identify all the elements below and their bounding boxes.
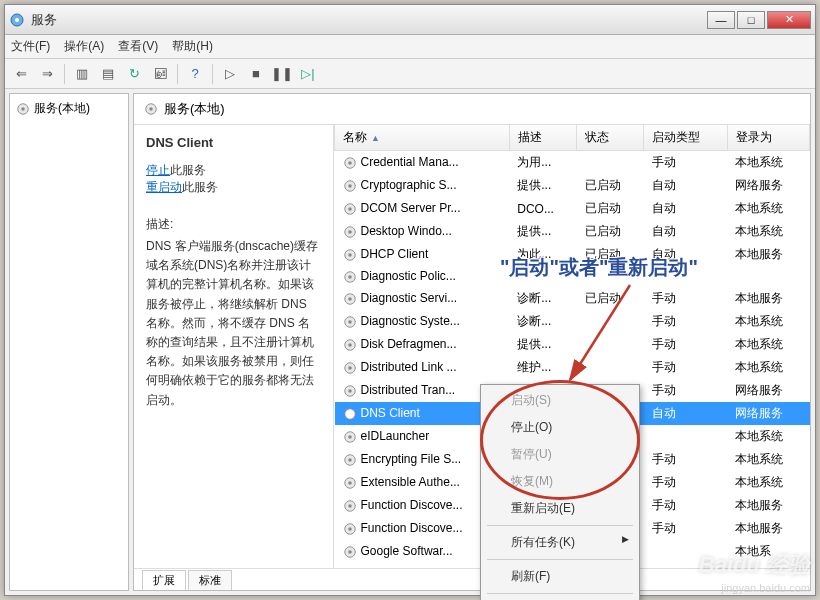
restart-link[interactable]: 重启动 — [146, 180, 182, 194]
menu-action[interactable]: 操作(A) — [64, 38, 104, 55]
gear-icon — [343, 248, 357, 262]
restart-suffix: 此服务 — [182, 180, 218, 194]
ctx-start[interactable]: 启动(S) — [483, 387, 637, 414]
svg-point-19 — [348, 297, 352, 301]
col-name-label: 名称 — [343, 130, 367, 144]
cell-desc — [509, 266, 577, 287]
nav-root-item[interactable]: 服务(本地) — [14, 98, 124, 119]
stop-link[interactable]: 停止 — [146, 163, 170, 177]
cell-status — [577, 266, 644, 287]
pause-service-button[interactable]: ❚❚ — [270, 62, 294, 86]
cell-logon: 本地系统 — [727, 448, 809, 471]
cell-name: Distributed Link ... — [335, 356, 510, 379]
table-row[interactable]: Diagnostic Syste...诊断...手动本地系统 — [335, 310, 810, 333]
svg-point-5 — [149, 107, 153, 111]
sort-asc-icon: ▲ — [371, 133, 380, 143]
help-button[interactable]: ? — [183, 62, 207, 86]
maximize-button[interactable]: □ — [737, 11, 765, 29]
table-row[interactable]: DCOM Server Pr...DCO...已启动自动本地系统 — [335, 197, 810, 220]
ctx-stop[interactable]: 停止(O) — [483, 414, 637, 441]
ctx-restart[interactable]: 重新启动(E) — [483, 495, 637, 522]
cell-desc: 为此... — [509, 243, 577, 266]
cell-logon: 本地系统 — [727, 220, 809, 243]
cell-desc: 提供... — [509, 333, 577, 356]
table-row[interactable]: Credential Mana...为用...手动本地系统 — [335, 151, 810, 175]
table-row[interactable]: Distributed Link ...维护...手动本地系统 — [335, 356, 810, 379]
ctx-refresh[interactable]: 刷新(F) — [483, 563, 637, 590]
ctx-all-tasks[interactable]: 所有任务(K) — [483, 529, 637, 556]
cell-logon: 本地系统 — [727, 151, 809, 175]
cell-desc: 提供... — [509, 220, 577, 243]
cell-logon: 本地系统 — [727, 471, 809, 494]
table-row[interactable]: Diagnostic Servi...诊断...已启动手动本地服务 — [335, 287, 810, 310]
menu-help[interactable]: 帮助(H) — [172, 38, 213, 55]
cell-startup: 自动 — [644, 197, 728, 220]
gear-icon — [343, 545, 357, 559]
toolbar: ⇐ ⇒ ▥ ▤ ↻ 🗟 ? ▷ ■ ❚❚ ▷| — [5, 59, 815, 89]
svg-point-27 — [348, 389, 352, 393]
table-row[interactable]: Cryptographic S...提供...已启动自动网络服务 — [335, 174, 810, 197]
cell-startup: 手动 — [644, 379, 728, 402]
body: 服务(本地) 服务(本地) DNS Client 停止此服务 重启动此服务 描述… — [5, 89, 815, 595]
cell-name: Diagnostic Servi... — [335, 287, 510, 310]
menu-file[interactable]: 文件(F) — [11, 38, 50, 55]
table-row[interactable]: Diagnostic Polic... — [335, 266, 810, 287]
svg-point-41 — [348, 550, 352, 554]
col-startup[interactable]: 启动类型 — [644, 125, 728, 151]
ctx-separator — [487, 559, 633, 560]
cell-status — [577, 333, 644, 356]
cell-logon: 本地系 — [727, 540, 809, 563]
titlebar[interactable]: 服务 — □ ✕ — [5, 5, 815, 35]
svg-point-33 — [348, 458, 352, 462]
menubar: 文件(F) 操作(A) 查看(V) 帮助(H) — [5, 35, 815, 59]
cell-startup — [644, 266, 728, 287]
col-name[interactable]: 名称▲ — [335, 125, 510, 151]
back-button[interactable]: ⇐ — [9, 62, 33, 86]
panel-header: 服务(本地) — [134, 94, 810, 125]
col-desc[interactable]: 描述 — [509, 125, 577, 151]
start-service-button[interactable]: ▷ — [218, 62, 242, 86]
panel-title: 服务(本地) — [164, 100, 225, 118]
cell-desc: 诊断... — [509, 310, 577, 333]
svg-point-13 — [348, 230, 352, 234]
gear-icon — [343, 225, 357, 239]
table-row[interactable]: Desktop Windo...提供...已启动自动本地系统 — [335, 220, 810, 243]
gear-icon — [343, 384, 357, 398]
forward-button[interactable]: ⇒ — [35, 62, 59, 86]
export-button[interactable]: ↻ — [122, 62, 146, 86]
nav-tree[interactable]: 服务(本地) — [9, 93, 129, 591]
refresh-button[interactable]: 🗟 — [148, 62, 172, 86]
stop-service-button[interactable]: ■ — [244, 62, 268, 86]
cell-status: 已启动 — [577, 174, 644, 197]
ctx-resume[interactable]: 恢复(M) — [483, 468, 637, 495]
col-status[interactable]: 状态 — [577, 125, 644, 151]
cell-status: 已启动 — [577, 197, 644, 220]
tab-extended[interactable]: 扩展 — [142, 570, 186, 590]
svg-point-25 — [348, 366, 352, 370]
cell-logon: 本地服务 — [727, 287, 809, 310]
svg-point-21 — [348, 320, 352, 324]
svg-point-35 — [348, 481, 352, 485]
description-text: DNS 客户端服务(dnscache)缓存域名系统(DNS)名称并注册该计算机的… — [146, 237, 321, 410]
cell-logon: 本地系统 — [727, 333, 809, 356]
menu-view[interactable]: 查看(V) — [118, 38, 158, 55]
cell-startup: 手动 — [644, 471, 728, 494]
gear-icon — [343, 202, 357, 216]
col-logon[interactable]: 登录为 — [727, 125, 809, 151]
ctx-pause[interactable]: 暂停(U) — [483, 441, 637, 468]
cell-status: 已启动 — [577, 243, 644, 266]
svg-point-3 — [21, 107, 25, 111]
close-button[interactable]: ✕ — [767, 11, 811, 29]
main-panel: 服务(本地) DNS Client 停止此服务 重启动此服务 描述: DNS 客… — [133, 93, 811, 591]
show-hide-tree-button[interactable]: ▥ — [70, 62, 94, 86]
restart-service-button[interactable]: ▷| — [296, 62, 320, 86]
service-name-heading: DNS Client — [146, 135, 321, 150]
tab-standard[interactable]: 标准 — [188, 570, 232, 590]
table-row[interactable]: DHCP Client为此...已启动自动本地服务 — [335, 243, 810, 266]
cell-startup: 自动 — [644, 174, 728, 197]
properties-button[interactable]: ▤ — [96, 62, 120, 86]
cell-startup: 自动 — [644, 220, 728, 243]
table-row[interactable]: Disk Defragmen...提供...手动本地系统 — [335, 333, 810, 356]
svg-point-9 — [348, 184, 352, 188]
minimize-button[interactable]: — — [707, 11, 735, 29]
